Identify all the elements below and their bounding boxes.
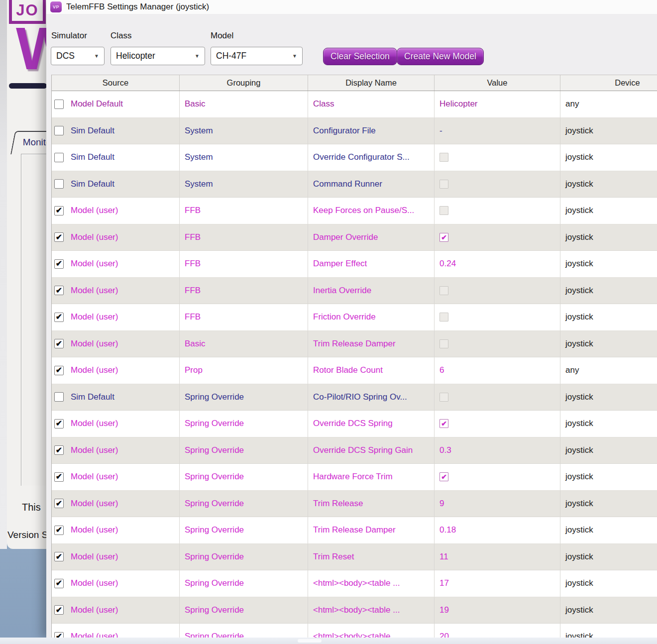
table-row[interactable]: ✔Model (user)Spring Override<html><body>…: [52, 624, 657, 639]
row-enabled-checkbox[interactable]: ✔: [54, 206, 64, 215]
row-enabled-checkbox[interactable]: ✔: [54, 286, 64, 295]
table-row[interactable]: ✔Model (user)Spring OverrideHardware For…: [52, 464, 657, 491]
source-cell: ✔Model (user): [52, 597, 180, 624]
source-label: Sim Default: [71, 152, 114, 162]
model-select-value: CH-47F: [216, 51, 246, 61]
taskbar-handle[interactable]: [298, 639, 322, 643]
row-enabled-checkbox[interactable]: ✔: [54, 526, 64, 535]
clear-selection-button[interactable]: Clear Selection: [323, 48, 397, 65]
table-row[interactable]: ✔Model (user)FFBFriction Overridejoystic…: [52, 304, 657, 331]
table-row[interactable]: ✔Model (user)Spring OverrideOverride DCS…: [52, 437, 657, 464]
table-row[interactable]: ✔Model (user)Spring OverrideOverride DCS…: [52, 411, 657, 437]
row-enabled-checkbox[interactable]: [54, 100, 64, 109]
display-name-label: Rotor Blade Count: [313, 365, 383, 375]
value-checkbox[interactable]: ✔: [439, 472, 448, 481]
device-cell: joystick: [560, 304, 657, 331]
table-row[interactable]: ✔Model (user)Spring OverrideTrim Release…: [52, 491, 657, 518]
row-enabled-checkbox[interactable]: ✔: [54, 259, 64, 269]
value-text[interactable]: Helicopter: [439, 99, 478, 109]
display-name-label: Trim Release Damper: [313, 525, 396, 535]
table-row[interactable]: Sim DefaultSpring OverrideCo-Pilot/RIO S…: [52, 384, 657, 411]
value-text[interactable]: 0.24: [439, 259, 456, 269]
display-name-label: Trim Release Damper: [313, 339, 396, 349]
row-enabled-checkbox[interactable]: ✔: [54, 552, 64, 561]
table-row[interactable]: Model DefaultBasicClassHelicopterany: [52, 91, 657, 118]
table-row[interactable]: Sim DefaultSystemCommand Runnerjoystick: [52, 171, 657, 198]
value-text[interactable]: 6: [439, 365, 444, 375]
model-select[interactable]: CH-47F ▼: [211, 47, 303, 65]
table-row[interactable]: ✔Model (user)Spring OverrideTrim Release…: [52, 517, 657, 544]
value-text[interactable]: 11: [439, 552, 448, 562]
value-checkbox[interactable]: [439, 206, 448, 215]
column-header-display-name[interactable]: Display Name: [308, 75, 435, 91]
display-name-cell: Override DCS Spring: [308, 411, 435, 437]
column-header-source[interactable]: Source: [52, 75, 180, 91]
value-checkbox[interactable]: [439, 339, 448, 348]
table-row[interactable]: ✔Model (user)Spring OverrideTrim Reset11…: [52, 544, 657, 571]
title-bar[interactable]: VP TelemFFB Settings Manager (joystick): [46, 0, 657, 14]
grouping-label: Prop: [185, 365, 203, 375]
table-body: Model DefaultBasicClassHelicopteranySim …: [52, 91, 657, 639]
value-text[interactable]: 17: [439, 578, 449, 588]
simulator-label: Simulator: [51, 31, 87, 41]
value-text[interactable]: 0.18: [439, 525, 456, 535]
column-header-grouping[interactable]: Grouping: [180, 75, 308, 91]
value-checkbox[interactable]: [439, 180, 448, 189]
value-text[interactable]: -: [439, 126, 442, 136]
source-label: Model (user): [71, 312, 118, 322]
row-enabled-checkbox[interactable]: [54, 179, 64, 189]
row-enabled-checkbox[interactable]: ✔: [54, 445, 64, 455]
row-enabled-checkbox[interactable]: ✔: [54, 232, 64, 242]
grouping-cell: Spring Override: [180, 624, 308, 639]
table-row[interactable]: ✔Model (user)FFBKeep Forces on Pause/S..…: [52, 198, 657, 224]
row-enabled-checkbox[interactable]: ✔: [54, 499, 64, 508]
row-enabled-checkbox[interactable]: ✔: [54, 339, 64, 348]
checkmark-icon: ✔: [441, 420, 447, 427]
tab-monitor[interactable]: Monitor: [10, 131, 46, 154]
device-cell: joystick: [560, 278, 657, 305]
column-header-device[interactable]: Device: [560, 75, 657, 91]
table-row[interactable]: ✔Model (user)FFBDamper Effect0.24joystic…: [52, 251, 657, 278]
value-checkbox[interactable]: ✔: [439, 419, 448, 428]
table-row[interactable]: ✔Model (user)FFBDamper Override✔joystick: [52, 224, 657, 251]
create-new-model-button[interactable]: Create New Model: [397, 48, 484, 65]
value-checkbox[interactable]: [439, 153, 448, 162]
row-enabled-checkbox[interactable]: ✔: [54, 605, 64, 615]
row-enabled-checkbox[interactable]: ✔: [54, 472, 64, 482]
value-cell: 0.24: [435, 251, 560, 278]
row-enabled-checkbox[interactable]: [54, 126, 64, 135]
table-row[interactable]: ✔Model (user)Spring Override<html><body>…: [52, 570, 657, 597]
row-enabled-checkbox[interactable]: ✔: [54, 419, 64, 429]
checkmark-icon: ✔: [56, 287, 62, 295]
table-row[interactable]: Sim DefaultSystemOverride Configurator S…: [52, 144, 657, 171]
row-enabled-checkbox[interactable]: ✔: [54, 366, 64, 375]
row-enabled-checkbox[interactable]: [54, 392, 64, 402]
value-checkbox[interactable]: [439, 393, 448, 402]
table-row[interactable]: ✔Model (user)PropRotor Blade Count6any: [52, 357, 657, 384]
value-text[interactable]: 19: [439, 605, 449, 615]
source-label: Sim Default: [71, 392, 114, 402]
row-enabled-checkbox[interactable]: ✔: [54, 313, 64, 322]
table-row[interactable]: ✔Model (user)Spring Override<html><body>…: [52, 597, 657, 624]
checkmark-icon: ✔: [56, 420, 62, 428]
row-enabled-checkbox[interactable]: [54, 153, 64, 162]
device-label: joystick: [565, 232, 593, 242]
value-checkbox[interactable]: [439, 313, 448, 322]
value-text[interactable]: 9: [439, 499, 444, 509]
table-row[interactable]: Sim DefaultSystemConfigurator File-joyst…: [52, 118, 657, 145]
value-checkbox[interactable]: ✔: [439, 233, 448, 242]
row-enabled-checkbox[interactable]: ✔: [54, 579, 64, 588]
source-label: Model (user): [71, 525, 118, 535]
device-cell: joystick: [560, 331, 657, 358]
table-row[interactable]: ✔Model (user)FFBInertia Overridejoystick: [52, 278, 657, 305]
value-checkbox[interactable]: [439, 286, 448, 295]
device-label: joystick: [565, 392, 593, 402]
grouping-cell: Spring Override: [180, 597, 308, 624]
app-logo-letter: W: [16, 20, 46, 77]
simulator-select[interactable]: DCS ▼: [51, 47, 105, 65]
grouping-label: Spring Override: [185, 445, 244, 455]
class-select[interactable]: Helicopter ▼: [110, 47, 205, 65]
value-text[interactable]: 0.3: [439, 445, 451, 455]
table-row[interactable]: ✔Model (user)BasicTrim Release Damperjoy…: [52, 331, 657, 358]
column-header-value[interactable]: Value: [435, 75, 560, 91]
